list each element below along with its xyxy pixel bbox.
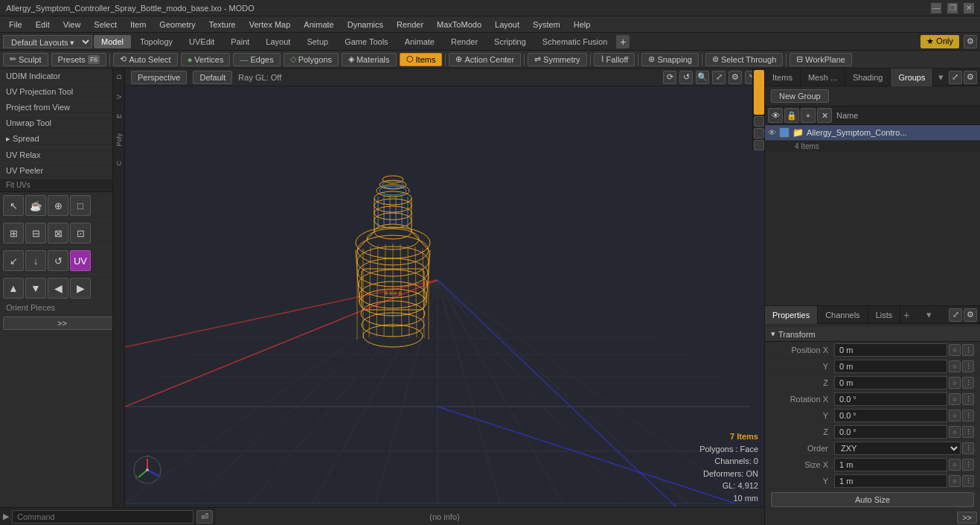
menu-geometry[interactable]: Geometry — [153, 19, 201, 31]
tool-uv-projection[interactable]: UV Projection Tool — [0, 84, 124, 100]
tab-setup[interactable]: Setup — [299, 35, 336, 48]
props-expand-button[interactable]: >> — [957, 512, 977, 524]
tool-icon-scale[interactable]: ⊕ — [48, 195, 68, 216]
lock-icon-btn[interactable]: 🔒 — [784, 108, 799, 123]
rotation-z-value[interactable]: 0.0 ° — [834, 425, 947, 439]
order-select[interactable]: ZXY — [834, 442, 961, 455]
position-y-more-btn[interactable]: ⋮ — [962, 360, 974, 372]
symmetry-button[interactable]: ⇌ Symmetry — [528, 53, 587, 66]
side-btn-3[interactable] — [754, 128, 764, 139]
command-input[interactable] — [12, 510, 193, 524]
group-row-main[interactable]: 👁 📁 Allergy_Symptom_Contro... — [765, 125, 980, 141]
position-y-value[interactable]: 0 m — [834, 360, 947, 373]
add-icon-btn[interactable]: + — [801, 108, 816, 123]
default-shading-button[interactable]: Default — [193, 71, 232, 84]
search-viewport-icon[interactable]: 🔍 — [696, 71, 709, 84]
tab-paint[interactable]: Paint — [223, 35, 257, 48]
rotation-x-more-btn[interactable]: ⋮ — [962, 393, 974, 405]
tool-icon-rotate[interactable]: ☕ — [25, 195, 46, 216]
side-btn-2[interactable] — [754, 116, 764, 127]
right-panel-undock[interactable]: ⤢ — [949, 71, 962, 84]
arrow-left-btn[interactable]: ◀ — [48, 278, 68, 299]
tab-layout[interactable]: Layout — [258, 35, 298, 48]
tool-uv-peeler[interactable]: UV Peeler — [0, 163, 124, 179]
auto-size-button[interactable]: Auto Size — [771, 492, 974, 507]
tool-icon-mesh[interactable]: ⊡ — [70, 223, 91, 244]
rotation-z-more-btn[interactable]: ⋮ — [962, 426, 974, 438]
tab-lists[interactable]: Lists — [868, 306, 901, 324]
settings-viewport-icon[interactable]: ⚙ — [728, 71, 742, 84]
menu-render[interactable]: Render — [391, 19, 429, 31]
group-checkbox[interactable] — [779, 127, 790, 138]
tool-icon-down[interactable]: ↓ — [25, 250, 46, 271]
presets-button[interactable]: Presets F6 — [51, 53, 107, 66]
orange-scroll-indicator[interactable] — [754, 70, 764, 115]
arrow-right-btn[interactable]: ▶ — [70, 278, 91, 299]
perspective-button[interactable]: Perspective — [131, 71, 187, 84]
position-x-more-btn[interactable]: ⋮ — [962, 344, 974, 356]
rotation-x-anim-btn[interactable]: ○ — [949, 393, 961, 405]
size-x-more-btn[interactable]: ⋮ — [962, 459, 974, 471]
maximize-button[interactable]: ❐ — [947, 3, 958, 13]
position-z-more-btn[interactable]: ⋮ — [962, 377, 974, 389]
add-layout-tab-button[interactable]: + — [616, 35, 630, 48]
menu-texture[interactable]: Texture — [203, 19, 242, 31]
tool-icon-checker[interactable]: ⊟ — [25, 223, 46, 244]
tab-channels[interactable]: Channels — [818, 306, 868, 324]
tab-groups[interactable]: Groups — [891, 69, 933, 86]
rotation-z-anim-btn[interactable]: ○ — [949, 426, 961, 438]
tool-icon-grid[interactable]: ⊞ — [3, 223, 24, 244]
items-button[interactable]: ⬡ Items — [400, 53, 443, 66]
arrow-up-btn[interactable]: ▲ — [3, 278, 24, 299]
group-visibility-icon[interactable]: 👁 — [768, 128, 776, 137]
order-more-btn[interactable]: ⋮ — [962, 442, 974, 454]
menu-edit[interactable]: Edit — [30, 19, 56, 31]
tab-items[interactable]: Items — [765, 69, 801, 86]
tab-topology[interactable]: Topology — [132, 35, 180, 48]
select-through-button[interactable]: ⊚ Select Through — [705, 53, 783, 66]
snapping-button[interactable]: ⊛ Snapping — [641, 53, 699, 66]
tab-mesh[interactable]: Mesh ... — [801, 69, 845, 86]
menu-file[interactable]: File — [3, 19, 28, 31]
remove-icon-btn[interactable]: ✕ — [817, 108, 832, 123]
props-settings-icon[interactable]: ⚙ — [964, 308, 977, 322]
size-x-value[interactable]: 1 m — [834, 458, 947, 471]
workplane-button[interactable]: ⊟ WorkPlane — [790, 53, 852, 66]
tool-unwrap[interactable]: Unwrap Tool — [0, 115, 124, 131]
rotation-y-value[interactable]: 0.0 ° — [834, 409, 947, 422]
tab-shading[interactable]: Shading — [845, 69, 891, 86]
right-panel-settings[interactable]: ⚙ — [964, 71, 977, 84]
materials-button[interactable]: ◈ Materials — [342, 53, 397, 66]
menu-view[interactable]: View — [57, 19, 87, 31]
tool-icon-up-left[interactable]: ↺ — [48, 250, 68, 271]
add-tab-icon[interactable]: + — [903, 309, 909, 321]
size-y-value[interactable]: 1 m — [834, 474, 947, 488]
edges-button[interactable]: — Edges — [233, 53, 280, 66]
tool-spread[interactable]: ▸ Spread — [0, 131, 124, 147]
menu-vertexmap[interactable]: Vertex Map — [243, 19, 297, 31]
arrow-down-btn[interactable]: ▼ — [25, 278, 46, 299]
layout-settings-button[interactable]: ⚙ — [964, 35, 977, 48]
action-center-button[interactable]: ⊕ Action Center — [449, 53, 521, 66]
new-group-button[interactable]: New Group — [771, 89, 829, 103]
side-btn-4[interactable] — [754, 140, 764, 150]
falloff-button[interactable]: ⌇ Falloff — [594, 53, 635, 66]
size-x-anim-btn[interactable]: ○ — [949, 459, 961, 471]
tool-uv-relax[interactable]: UV Relax — [0, 147, 124, 163]
props-undock-icon[interactable]: ⤢ — [949, 308, 962, 322]
size-y-more-btn[interactable]: ⋮ — [962, 475, 974, 487]
tab-properties[interactable]: Properties — [765, 306, 818, 324]
menu-help[interactable]: Help — [568, 19, 597, 31]
vertices-button[interactable]: ● Vertices — [181, 53, 231, 66]
tool-icon-move[interactable]: ↖ — [3, 195, 24, 216]
props-tab-more[interactable]: ▾ — [922, 307, 936, 322]
tool-icon-pattern[interactable]: ⊠ — [48, 223, 68, 244]
menu-maxtomodo[interactable]: MaxToModo — [431, 19, 487, 31]
auto-select-button[interactable]: ⟲ Auto Select — [113, 53, 177, 66]
tab-schematicfusion[interactable]: Schematic Fusion — [535, 35, 615, 48]
size-y-anim-btn[interactable]: ○ — [949, 475, 961, 487]
menu-item[interactable]: Item — [124, 19, 152, 31]
tab-more-arrow[interactable]: ▾ — [934, 69, 948, 85]
sculpt-button[interactable]: ✏ Sculpt — [3, 53, 48, 66]
polygons-button[interactable]: ◇ Polygons — [284, 53, 339, 66]
